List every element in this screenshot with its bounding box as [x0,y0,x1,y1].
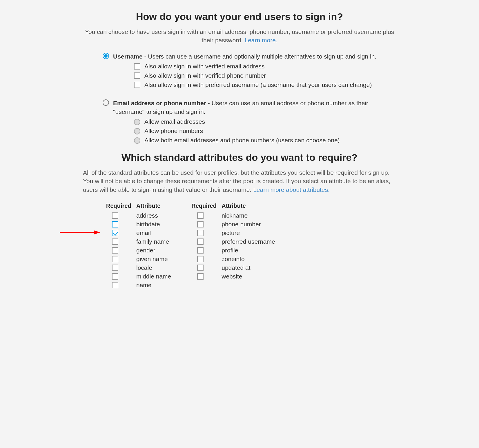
table-row: zoneinfo [191,256,275,263]
table-row: phone number [191,221,275,228]
attr-label-gender: gender [136,247,155,254]
attr-label-birthdate: birthdate [136,221,160,228]
label-allow-email-addresses: Allow email addresses [144,118,205,125]
attr-label-nickname: nickname [222,212,248,219]
pointer-arrow-icon [60,230,100,235]
signin-intro-text: You can choose to have users sign in wit… [85,28,394,43]
checkbox-attr-locale[interactable] [112,265,118,271]
option-username-text: Username - Users can use a username and … [113,52,376,61]
option-emailphone-text: Email address or phone number - Users ca… [113,99,396,116]
table-row: picture [191,230,275,236]
table-row: locale [106,264,171,271]
attr-label-zoneinfo: zoneinfo [222,256,244,263]
radio-username[interactable] [103,53,109,59]
checkbox-attr-nickname[interactable] [197,212,204,219]
checkbox-attr-family-name[interactable] [112,238,118,245]
checkbox-attr-given-name[interactable] [112,256,118,262]
radio-allow-email-addresses [134,119,140,125]
attr-label-given-name: given name [136,256,168,263]
checkbox-allow-phone[interactable] [134,72,140,79]
header-attribute-2: Attribute [222,203,246,209]
table-row: profile [191,247,275,254]
attr-label-name: name [136,282,152,289]
checkbox-attr-zoneinfo[interactable] [197,256,204,262]
label-allow-both: Allow both email addresses and phone num… [144,137,340,144]
attributes-intro-text: All of the standard attributes can be us… [83,169,390,193]
table-row: given name [106,256,171,263]
checkbox-attr-phone-number[interactable] [197,221,204,227]
attributes-intro: All of the standard attributes can be us… [83,168,396,194]
table-row: website [191,273,275,280]
attr-label-family-name: family name [136,238,169,245]
attributes-heading: Which standard attributes do you want to… [83,152,396,163]
checkbox-attr-updated-at[interactable] [197,265,204,271]
radio-allow-phone-numbers [134,128,140,134]
attr-label-locale: locale [136,264,152,271]
attr-label-picture: picture [222,230,240,236]
table-row: preferred username [191,238,275,245]
label-allow-preferred: Also allow sign in with preferred userna… [144,81,372,88]
signin-intro: You can choose to have users sign in wit… [83,28,396,45]
option-emailphone-label: Email address or phone number [113,100,206,106]
attr-label-profile: profile [222,247,238,254]
svg-marker-1 [94,230,100,234]
radio-email-or-phone[interactable] [103,99,109,106]
checkbox-attr-address[interactable] [112,212,118,219]
signin-heading: How do you want your end users to sign i… [83,11,396,22]
option-username-label: Username [113,53,143,60]
table-row: updated at [191,264,275,271]
header-attribute-1: Attribute [136,203,160,209]
attr-label-email: email [136,230,151,236]
checkbox-attr-name[interactable] [112,282,118,288]
checkbox-attr-middle-name[interactable] [112,273,118,280]
radio-allow-both [134,137,140,144]
header-required-2: Required [191,203,222,209]
label-allow-email: Also allow sign in with verified email a… [144,63,264,70]
table-row: email [106,230,171,236]
checkbox-attr-picture[interactable] [197,230,204,236]
learn-more-attributes-link[interactable]: Learn more about attributes. [253,186,330,193]
checkbox-attr-email[interactable] [112,230,118,236]
table-row: address [106,212,171,219]
attr-label-website: website [222,273,242,280]
label-allow-phone: Also allow sign in with verified phone n… [144,72,266,79]
table-row: family name [106,238,171,245]
table-row: birthdate [106,221,171,228]
attr-label-preferred-username: preferred username [222,238,275,245]
attr-label-middle-name: middle name [136,273,171,280]
checkbox-attr-preferred-username[interactable] [197,238,204,245]
checkbox-attr-gender[interactable] [112,247,118,254]
table-row: gender [106,247,171,254]
table-row: name [106,282,171,289]
header-required-1: Required [106,203,136,209]
table-row: nickname [191,212,275,219]
attr-label-phone-number: phone number [222,221,261,228]
attr-label-address: address [136,212,158,219]
checkbox-attr-birthdate[interactable] [112,221,118,227]
checkbox-attr-website[interactable] [197,273,204,280]
checkbox-allow-email[interactable] [134,63,140,70]
checkbox-attr-profile[interactable] [197,247,204,254]
checkbox-allow-preferred[interactable] [134,82,140,88]
option-username-desc: - Users can use a username and optionall… [143,53,377,60]
table-row: middle name [106,273,171,280]
label-allow-phone-numbers: Allow phone numbers [144,128,203,134]
attr-label-updated-at: updated at [222,264,250,271]
learn-more-link[interactable]: Learn more. [245,37,277,43]
